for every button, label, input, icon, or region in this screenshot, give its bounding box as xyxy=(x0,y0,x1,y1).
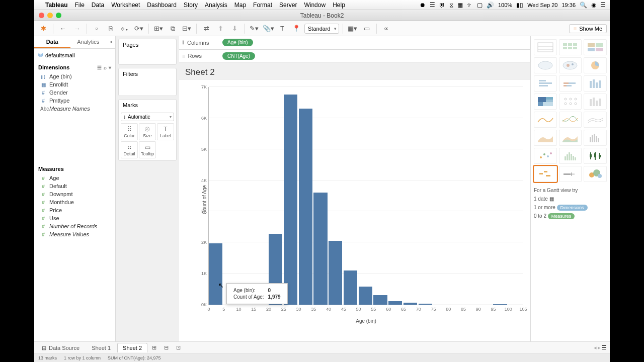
mark-detail[interactable]: ⠶Detail xyxy=(121,141,138,158)
field-default[interactable]: #Default xyxy=(34,182,115,190)
showme-thumb-14[interactable] xyxy=(584,112,607,128)
showme-thumb-7[interactable] xyxy=(559,75,582,92)
search-icon[interactable]: ⌕ xyxy=(104,65,107,70)
autoupdate-icon[interactable]: ⟐▾ xyxy=(119,23,131,34)
showme-thumb-11[interactable] xyxy=(584,94,607,110)
showme-thumb-18[interactable] xyxy=(534,148,557,164)
showme-thumb-16[interactable] xyxy=(559,130,582,146)
showme-thumb-5[interactable] xyxy=(584,57,607,73)
menu-icon[interactable]: ▾ xyxy=(109,65,111,70)
bar-0[interactable] xyxy=(209,243,222,305)
mark-type-dropdown[interactable]: ⫿Automatic xyxy=(121,113,174,121)
view-cards-icon[interactable]: ▦▾ xyxy=(347,23,359,34)
filters-card[interactable]: Filters xyxy=(118,68,177,96)
sheet-tab-2[interactable]: Sheet 2 xyxy=(117,343,147,352)
refresh-icon[interactable]: ⟳▾ xyxy=(133,23,145,34)
wifi-icon[interactable]: ᯤ xyxy=(467,2,473,9)
group-icon[interactable]: 📎▾ xyxy=(262,23,274,34)
sort-desc-icon[interactable]: ⬇ xyxy=(228,23,240,34)
field-downpmt[interactable]: #Downpmt xyxy=(34,190,115,198)
menu-extra-icon[interactable]: ⏺ xyxy=(420,2,426,9)
close-button[interactable] xyxy=(39,13,44,18)
new-sheet-icon[interactable]: ⊞▾ xyxy=(152,23,165,34)
shield-icon[interactable]: ⛨ xyxy=(439,2,445,9)
field-age-bin-[interactable]: ⫿⫿Age (bin) xyxy=(34,72,115,80)
fit-dropdown[interactable]: Standard xyxy=(304,24,339,34)
showme-thumb-15[interactable] xyxy=(534,130,557,146)
tableau-logo-icon[interactable]: ✱ xyxy=(37,23,49,34)
showme-thumb-9[interactable] xyxy=(534,94,557,110)
bar-55[interactable] xyxy=(373,295,387,305)
showme-thumb-0[interactable] xyxy=(534,39,557,55)
menubar-time[interactable]: 19:36 xyxy=(561,2,576,8)
sheet-title[interactable]: Sheet 2 xyxy=(179,62,530,79)
chart[interactable]: Count of Age Age (bin) 0K1K2K3K4K5K6K7K0… xyxy=(193,85,525,314)
clear-icon[interactable]: ⊟▾ xyxy=(181,23,193,34)
field-use[interactable]: #Use xyxy=(34,214,115,222)
showme-thumb-20[interactable] xyxy=(584,148,607,164)
bar-65[interactable] xyxy=(404,303,417,305)
showme-thumb-4[interactable] xyxy=(559,57,582,73)
menu-worksheet[interactable]: Worksheet xyxy=(111,2,140,9)
showme-thumb-17[interactable] xyxy=(584,130,607,146)
showme-thumb-22[interactable] xyxy=(559,166,582,182)
showme-thumb-12[interactable] xyxy=(534,112,557,128)
tabs-scroll-right-icon[interactable]: ▸ xyxy=(598,344,601,351)
new-dashboard-icon[interactable]: ⊟ xyxy=(160,344,172,351)
volume-icon[interactable]: 🔊 xyxy=(487,2,494,9)
back-icon[interactable]: ← xyxy=(57,23,69,34)
siri-icon[interactable]: ◉ xyxy=(591,2,596,9)
app-name[interactable]: Tableau xyxy=(45,2,67,9)
showme-thumb-23[interactable] xyxy=(584,166,607,182)
datasource-tab[interactable]: ⊞Data Source xyxy=(36,343,85,353)
menu-extra-icon[interactable]: ▦ xyxy=(457,2,463,9)
new-worksheet-icon[interactable]: ⊞ xyxy=(148,344,159,351)
menu-file[interactable]: File xyxy=(74,2,84,9)
showme-thumb-21[interactable] xyxy=(534,166,557,182)
menu-analysis[interactable]: Analysis xyxy=(205,2,227,9)
notifications-icon[interactable]: ☰ xyxy=(600,2,606,9)
bar-70[interactable] xyxy=(419,304,432,305)
field-measure-values[interactable]: #Measure Values xyxy=(34,230,115,238)
columns-shelf[interactable]: ⦀Columns Age (bin) xyxy=(179,36,530,49)
chevron-icon[interactable]: ◂ xyxy=(106,36,115,48)
maximize-button[interactable] xyxy=(56,13,61,18)
bar-25[interactable] xyxy=(284,95,297,305)
showme-thumb-19[interactable] xyxy=(559,148,582,164)
sheet-tab-1[interactable]: Sheet 1 xyxy=(86,343,116,352)
field-price[interactable]: #Price xyxy=(34,206,115,214)
field-gender[interactable]: #Gender xyxy=(34,88,115,97)
field-number-of-records[interactable]: #Number of Records xyxy=(34,222,115,230)
bar-60[interactable] xyxy=(388,301,402,305)
pages-card[interactable]: Pages xyxy=(118,39,177,65)
showme-thumb-8[interactable] xyxy=(584,75,607,92)
rows-pill[interactable]: CNT(Age) xyxy=(222,52,255,60)
field-monthdue[interactable]: #Monthdue xyxy=(34,198,115,206)
bar-35[interactable] xyxy=(313,193,327,305)
bar-50[interactable] xyxy=(359,287,372,305)
menu-window[interactable]: Window xyxy=(304,2,326,9)
tab-analytics[interactable]: Analytics xyxy=(70,36,107,48)
field-pmttype[interactable]: #Pmttype xyxy=(34,97,115,105)
forward-icon[interactable]: → xyxy=(71,23,83,34)
mark-label[interactable]: TLabel xyxy=(157,123,174,140)
field-age[interactable]: #Age xyxy=(34,174,115,182)
view-icon[interactable]: ☰ xyxy=(97,65,102,70)
tabs-menu-icon[interactable]: ☰ xyxy=(602,344,607,351)
presentation-icon[interactable]: ▭ xyxy=(361,23,373,34)
highlight-icon[interactable]: ✎▾ xyxy=(248,23,260,34)
minimize-button[interactable] xyxy=(47,13,53,18)
clock-icon[interactable]: ⧖ xyxy=(449,2,453,9)
menu-story[interactable]: Story xyxy=(184,2,198,9)
bar-45[interactable] xyxy=(344,270,357,305)
mark-color[interactable]: ⠿Color xyxy=(121,123,138,140)
menu-extra-icon[interactable]: ☰ xyxy=(430,2,435,9)
columns-pill[interactable]: Age (bin) xyxy=(222,39,253,46)
share-icon[interactable]: ∝ xyxy=(380,23,392,34)
swap-icon[interactable]: ⇄ xyxy=(200,23,212,34)
menubar-date[interactable]: Wed Sep 20 xyxy=(527,2,557,8)
showme-thumb-13[interactable] xyxy=(559,112,582,128)
display-icon[interactable]: ▢ xyxy=(477,2,482,9)
pin-icon[interactable]: 📍 xyxy=(290,23,302,34)
new-datasource-icon[interactable]: ⎘ xyxy=(105,23,117,34)
